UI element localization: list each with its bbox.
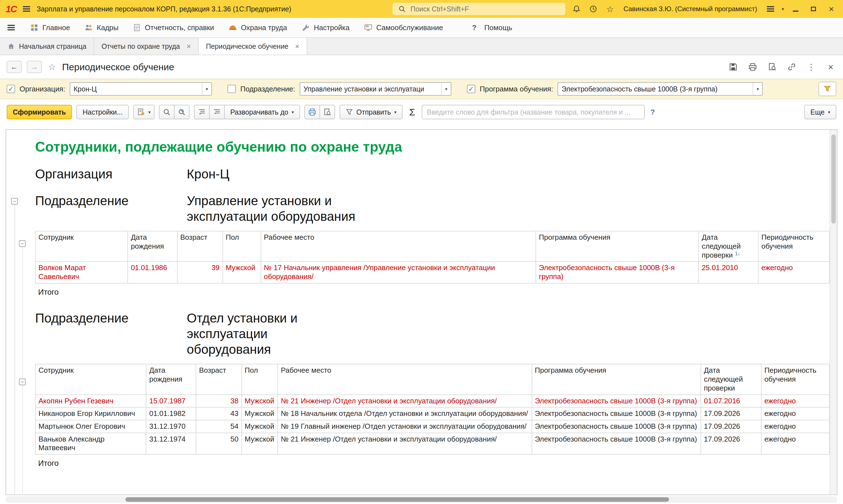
menu-item-settings[interactable]: Настройка — [302, 23, 349, 32]
employee-row[interactable]: Акопян Рубен Гезевич15.07.198738Мужской№… — [35, 395, 829, 408]
current-user[interactable]: Савинская З.Ю. (Системный программист) — [623, 5, 757, 13]
favorite-star-icon[interactable]: ☆ — [48, 61, 56, 72]
more-button[interactable]: Еще ▾ — [804, 105, 836, 119]
vertical-scrollbar[interactable] — [830, 130, 837, 494]
find-button[interactable] — [159, 105, 175, 119]
organization-value: Крон-Ц — [70, 85, 202, 93]
get-link-icon[interactable] — [786, 61, 797, 72]
cell-workplace: № 17 Начальник управления /Управление ус… — [261, 262, 536, 283]
find-next-button[interactable] — [174, 105, 190, 119]
employee-row[interactable]: Ваньков Александр Матвеевич31.12.197450М… — [35, 433, 829, 454]
tab-periodic-training[interactable]: Периодическое обучение × — [199, 38, 307, 55]
cell-name: Волков Марат Савельевич — [35, 262, 128, 283]
menu-item-reports[interactable]: Отчетность, справки — [133, 23, 214, 32]
funnel-icon — [823, 85, 831, 93]
employee-row[interactable]: Мартынюк Олег Егорович31.12.197054Мужско… — [35, 420, 829, 433]
report-section: Подразделение Отдел установки и эксплуат… — [35, 310, 830, 470]
menu-item-help[interactable]: Помощь — [484, 23, 512, 32]
organization-value: Крон-Ц — [187, 166, 229, 182]
program-checkbox[interactable] — [467, 85, 475, 93]
tab-close-icon[interactable]: × — [295, 42, 300, 51]
help-question-icon[interactable]: ? — [472, 23, 477, 32]
expand-groups-button[interactable] — [209, 105, 225, 119]
organization-checkbox[interactable] — [7, 85, 15, 93]
department-combo[interactable]: Управление установки и эксплуатаци ▾ — [300, 82, 451, 96]
history-clock-icon[interactable] — [588, 3, 599, 15]
menu-item-label: Кадры — [97, 23, 119, 32]
menu-item-label: Самообслуживание — [376, 23, 443, 32]
column-header: Периодичность обучения — [761, 364, 829, 394]
menu-item-main[interactable]: Главное — [30, 23, 70, 32]
send-button[interactable]: Отправить ▾ — [340, 105, 402, 119]
favorites-star-icon[interactable]: ☆ — [604, 3, 615, 15]
chevron-down-icon[interactable]: ▾ — [441, 83, 451, 95]
column-header: Программа обучения — [536, 231, 699, 262]
help-button[interactable]: ? — [649, 108, 656, 116]
dept-label: Подразделение — [35, 310, 187, 357]
generate-button[interactable]: Сформировать — [7, 105, 72, 119]
print-preview-icon[interactable] — [767, 61, 778, 72]
horizontal-scroll-thumb[interactable] — [125, 497, 669, 502]
print-button[interactable] — [304, 105, 320, 119]
more-options-icon[interactable]: ⋮ — [806, 61, 817, 72]
close-form-icon[interactable]: × — [825, 61, 836, 72]
tab-safety-reports[interactable]: Отчеты по охране труда × — [94, 38, 199, 55]
vertical-scroll-thumb[interactable] — [831, 134, 836, 223]
group-collapse-button[interactable]: − — [11, 198, 18, 204]
tab-home[interactable]: Начальная страница — [0, 38, 94, 55]
group-collapse-button[interactable]: − — [19, 240, 26, 247]
collapse-groups-button[interactable] — [194, 105, 210, 119]
cell-name: Акопян Рубен Гезевич — [35, 395, 146, 408]
print-icon[interactable] — [747, 61, 758, 72]
cell-birth_date: 01.01.1982 — [146, 407, 196, 420]
report-variant-button[interactable]: ▾ — [133, 105, 155, 119]
column-header: Периодичность обучения — [758, 231, 829, 262]
tab-label: Начальная страница — [19, 42, 86, 51]
chevron-down-icon[interactable]: ▾ — [202, 83, 211, 95]
notifications-bell-icon[interactable] — [571, 3, 582, 15]
column-header: Программа обучения — [532, 364, 701, 394]
titlebar: 1С Зарплата и управление персоналом КОРП… — [0, 0, 843, 18]
sum-selected-button[interactable]: Σ — [407, 107, 417, 118]
print-preview-button[interactable] — [320, 105, 335, 119]
expand-to-button[interactable]: Разворачивать до ▾ — [224, 105, 300, 119]
chevron-down-icon[interactable]: ▾ — [753, 83, 762, 95]
save-icon[interactable] — [728, 61, 739, 72]
tab-close-icon[interactable]: × — [186, 42, 191, 51]
column-header: Дата рождения — [128, 231, 177, 262]
organization-combo[interactable]: Крон-Ц ▾ — [70, 82, 212, 96]
menu-item-staff[interactable]: Кадры — [85, 23, 119, 32]
column-header: Пол — [242, 364, 278, 394]
minimize-button[interactable] — [789, 3, 802, 15]
cell-workplace: № 21 Инженер /Отдел установки и эксплуат… — [277, 395, 532, 408]
global-search[interactable] — [393, 3, 566, 15]
window-close-button[interactable]: × — [825, 3, 838, 15]
quick-filter-input[interactable] — [422, 105, 645, 119]
column-header: Рабочее место — [277, 364, 532, 394]
service-menu-icon[interactable] — [765, 3, 776, 15]
department-checkbox[interactable] — [228, 85, 236, 93]
group-collapse-button[interactable]: − — [19, 379, 26, 385]
menu-item-self-service[interactable]: Самообслуживание — [364, 23, 443, 32]
cell-workplace: № 19 Главный инженер /Отдел установки и … — [277, 420, 532, 433]
hamburger-menu-icon[interactable] — [22, 4, 31, 13]
program-combo[interactable]: Электробезопасность свыше 1000В (3-я гру… — [558, 82, 763, 96]
menu-item-labor-safety[interactable]: Охрана труда — [229, 23, 287, 32]
horizontal-scrollbar[interactable] — [5, 496, 838, 503]
filter-row: Организация: Крон-Ц ▾ Подразделение: Упр… — [0, 78, 843, 99]
column-header: Дата рождения — [146, 364, 196, 394]
employee-row[interactable]: Никаноров Егор Кириллович01.01.198243Муж… — [35, 407, 829, 420]
filter-settings-button[interactable] — [819, 82, 836, 96]
forward-button[interactable]: → — [27, 61, 42, 73]
maximize-button[interactable] — [807, 3, 820, 15]
sections-menu-icon[interactable] — [7, 23, 16, 32]
employee-row[interactable]: Волков Марат Савельевич01.01.198639Мужск… — [35, 262, 829, 283]
self-service-monitor-icon — [364, 23, 373, 32]
group-tree-line — [15, 204, 15, 495]
menu-item-label: Охрана труда — [241, 23, 287, 32]
settings-button[interactable]: Настройки... — [76, 105, 128, 119]
global-search-input[interactable] — [410, 5, 561, 13]
back-button[interactable]: ← — [7, 61, 22, 73]
header-row: СотрудникДата рожденияВозрастПолРабочее … — [35, 364, 829, 394]
report-document-icon — [133, 23, 141, 32]
